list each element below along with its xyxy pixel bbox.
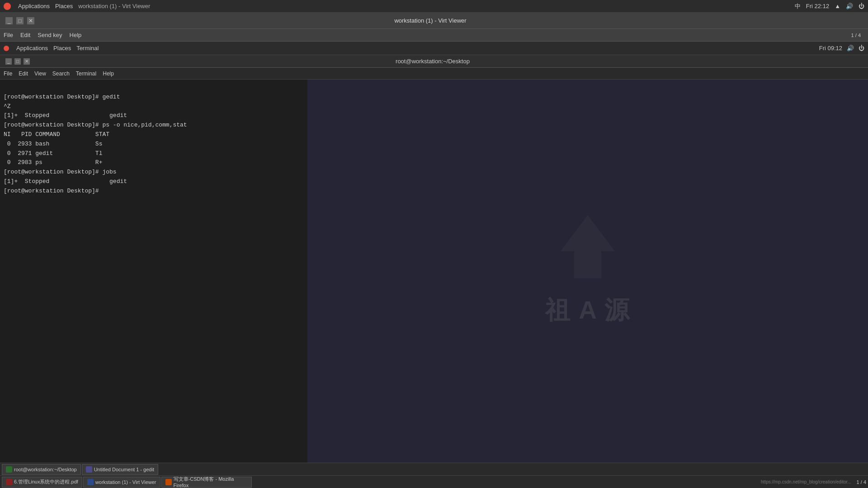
terminal-text[interactable]: [root@workstation Desktop]# gedit ^Z [1]… — [0, 80, 307, 463]
terminal-maximize-button[interactable]: □ — [14, 58, 21, 65]
terminal-minimize-button[interactable]: _ — [5, 58, 12, 65]
gnome-bar-left: Applications Places Terminal — [4, 45, 99, 52]
host-window-title: workstation (1) - Virt Viewer — [78, 3, 150, 9]
t-menu-edit[interactable]: Edit — [19, 70, 28, 77]
t-menu-search[interactable]: Search — [52, 70, 70, 77]
gnome-time: Fri 09:12 — [819, 45, 842, 52]
taskbar-item-pdf[interactable]: 6.管理Linux系统中的进程.pdf — [2, 477, 82, 488]
virt-menu-edit[interactable]: Edit — [20, 32, 30, 38]
virt-menu-bar: File Edit Send key Help 1 / 4 — [0, 29, 868, 42]
firefox-taskbar-icon — [165, 479, 172, 485]
terminal-window: _ □ ✕ root@workstation:~/Desktop File Ed… — [0, 55, 868, 488]
host-datetime: Fri 22:12 — [806, 3, 829, 9]
terminal-taskbar-icon — [6, 466, 12, 473]
virt-maximize-button[interactable]: □ — [16, 17, 24, 24]
taskbar-row2: 6.管理Linux系统中的进程.pdf workstation (1) - Vi… — [0, 475, 868, 488]
pdf-taskbar-icon — [6, 479, 12, 485]
virt-menu-help[interactable]: Help — [70, 32, 82, 38]
vm-desktop: 祖 A 源 — [307, 80, 868, 463]
host-app-icon — [4, 3, 11, 10]
gnome-power-icon[interactable]: ⏻ — [859, 45, 864, 52]
virt-window-controls: _ □ ✕ — [5, 17, 34, 24]
gnome-places-label[interactable]: Places — [53, 45, 71, 52]
host-places-label[interactable]: Places — [55, 3, 73, 9]
terminal-title-bar: _ □ ✕ root@workstation:~/Desktop — [0, 55, 868, 68]
taskbar-items: root@workstation:~/Desktop Untitled Docu… — [2, 464, 158, 475]
host-bar-right: 中 Fri 22:12 ▲ 🔊 ⏻ — [795, 2, 864, 10]
taskbar-item-terminal[interactable]: root@workstation:~/Desktop — [2, 464, 81, 475]
virt-window-title: workstation (1) - Virt Viewer — [34, 17, 826, 24]
watermark-graphic: 祖 A 源 — [545, 215, 630, 327]
t-menu-view[interactable]: View — [34, 70, 46, 77]
virt-viewer-window: _ □ ✕ workstation (1) - Virt Viewer File… — [0, 13, 868, 488]
network-icon: ▲ — [835, 3, 840, 9]
taskbar-item-virt[interactable]: workstation (1) - Virt Viewer — [83, 477, 160, 488]
virt-page-counter-top: 1 / 4 — [848, 33, 864, 38]
host-system-bar: Applications Places workstation (1) - Vi… — [0, 0, 868, 13]
watermark-text: 祖 A 源 — [545, 294, 630, 327]
terminal-content-area: [root@workstation Desktop]# gedit ^Z [1]… — [0, 80, 868, 463]
taskbar-item-firefox[interactable]: 写文章-CSDN博客 - Mozilla Firefox — [161, 477, 252, 488]
page-counter-bottom: 1 / 4 — [857, 479, 866, 485]
t-menu-help[interactable]: Help — [103, 70, 114, 77]
gnome-bar-right: Fri 09:12 🔊 ⏻ — [819, 45, 864, 52]
gnome-terminal-label[interactable]: Terminal — [76, 45, 99, 52]
taskbar-pdf-label: 6.管理Linux系统中的进程.pdf — [14, 479, 78, 485]
gnome-bar: Applications Places Terminal Fri 09:12 🔊… — [0, 42, 868, 55]
taskbar-gedit-label: Untitled Document 1 - gedit — [94, 467, 154, 472]
virt-menu-sendkey[interactable]: Send key — [38, 32, 62, 38]
taskbar-terminal-label: root@workstation:~/Desktop — [14, 467, 77, 472]
gedit-taskbar-icon — [86, 466, 92, 473]
taskbar-firefox-label: 写文章-CSDN博客 - Mozilla Firefox — [174, 476, 248, 488]
terminal-window-title: root@workstation:~/Desktop — [30, 58, 835, 65]
vm-content: Applications Places Terminal Fri 09:12 🔊… — [0, 42, 868, 488]
taskbar-row1: root@workstation:~/Desktop Untitled Docu… — [0, 463, 868, 475]
host-bar-left: Applications Places workstation (1) - Vi… — [4, 3, 150, 10]
terminal-menu-bar: File Edit View Search Terminal Help — [0, 68, 868, 80]
gnome-applications-label[interactable]: Applications — [16, 45, 48, 52]
terminal-win-controls: _ □ ✕ — [5, 58, 30, 65]
taskbar-virt-label: workstation (1) - Virt Viewer — [95, 479, 156, 485]
virt-taskbar-icon — [87, 479, 94, 485]
watermark-arrow-icon — [545, 215, 630, 294]
svg-marker-0 — [561, 215, 615, 278]
sound-icon[interactable]: 🔊 — [846, 3, 853, 9]
gnome-sound-icon[interactable]: 🔊 — [847, 45, 854, 52]
power-icon[interactable]: ⏻ — [859, 3, 864, 9]
virt-close-button[interactable]: ✕ — [27, 17, 34, 24]
taskbar-right-area: https://mp.csdn.net/mp_blog/creation/edi… — [761, 479, 866, 485]
virt-title-bar: _ □ ✕ workstation (1) - Virt Viewer — [0, 13, 868, 29]
bottom-url: https://mp.csdn.net/mp_blog/creation/edi… — [761, 479, 851, 484]
virt-menu-file[interactable]: File — [4, 32, 13, 38]
virt-minimize-button[interactable]: _ — [5, 17, 13, 24]
taskbar-item-gedit[interactable]: Untitled Document 1 - gedit — [82, 464, 158, 475]
t-menu-file[interactable]: File — [4, 70, 12, 77]
host-applications-label[interactable]: Applications — [18, 3, 50, 9]
t-menu-terminal[interactable]: Terminal — [76, 70, 96, 77]
input-method-icon: 中 — [795, 2, 801, 10]
terminal-close-button[interactable]: ✕ — [24, 58, 30, 65]
taskbar-items-row2: 6.管理Linux系统中的进程.pdf workstation (1) - Vi… — [2, 477, 252, 488]
terminal-line-1: [root@workstation Desktop]# gedit ^Z [1]… — [4, 94, 187, 194]
gnome-app-dot — [4, 46, 9, 51]
